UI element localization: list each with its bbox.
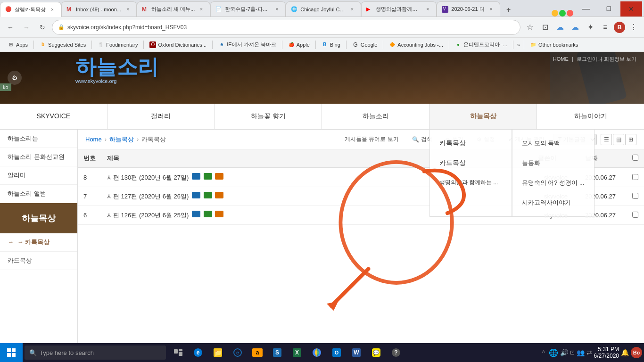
tab-7-close[interactable]: × — [487, 6, 495, 13]
dropdown-card[interactable]: 카드목상 — [430, 153, 512, 173]
back-button[interactable]: ← — [4, 21, 17, 34]
tab-2[interactable]: M Inbox (49) - moon... × — [61, 1, 137, 16]
bookmark-ie[interactable]: e IE에서 가져온 북마크 — [215, 40, 280, 49]
bookmark-bing[interactable]: B Bing — [318, 41, 344, 49]
new-tab-button[interactable]: + — [502, 3, 515, 16]
dropdown-story-4[interactable]: 시카고역사이야기 — [512, 193, 594, 213]
extension3-icon[interactable]: ≡ — [599, 21, 612, 34]
system-tray[interactable]: ^ — [540, 349, 547, 356]
food-icon: 🍴 — [98, 41, 104, 48]
extension-icon[interactable]: ⊡ — [538, 21, 552, 34]
nav-skyvoice[interactable]: SKYVOICE — [0, 104, 107, 129]
close-button[interactable] — [567, 10, 573, 16]
sidebar-item-4[interactable]: 하늘소리 앨범 — [0, 185, 77, 203]
tab-1-title: 살렘카톡목상 — [15, 6, 46, 13]
bookmark-other[interactable]: 📁 Other bookmarks — [526, 41, 582, 49]
settings-circle[interactable]: ⚙ — [8, 71, 22, 85]
nav-story[interactable]: 하늘이야기 — [537, 104, 644, 129]
edge-browser-icon[interactable]: e — [190, 344, 206, 361]
icloud-icon[interactable]: ☁ — [553, 21, 567, 34]
settings-icon[interactable]: ⋮ — [627, 21, 640, 34]
col-num-header: 번호 — [78, 149, 101, 168]
taskview-button[interactable] — [170, 344, 187, 361]
profile-icon[interactable]: B — [614, 22, 625, 33]
suggested-icon: b — [40, 41, 46, 48]
bookmarks-chevron[interactable]: » — [515, 41, 522, 49]
bookmark-ondemand[interactable]: ● 온디맨드코리아 -... — [451, 40, 511, 49]
breadcrumb-meditation[interactable]: 하늘목상 — [109, 135, 134, 144]
explorer-icon[interactable]: 📁 — [209, 344, 226, 361]
list-view-button[interactable]: 게시들을 뮤어로 보기 — [340, 133, 404, 145]
minimize-button[interactable] — [552, 10, 558, 16]
word-icon[interactable]: W — [348, 344, 365, 361]
tab-5[interactable]: 🌐 Chicago Joyful Co... × — [286, 1, 361, 16]
excel-icon[interactable]: X — [289, 344, 305, 361]
amazon-icon[interactable]: a — [249, 344, 266, 361]
bookmark-oxford[interactable]: O Oxford Dictionaries... — [146, 41, 210, 49]
win-restore[interactable]: ❐ — [598, 1, 619, 16]
svg-rect-6 — [174, 349, 178, 354]
tab-3-close[interactable]: × — [198, 6, 205, 13]
tab-1-close[interactable]: × — [49, 6, 56, 13]
sidebar-item-1[interactable]: 하늘소리는 — [0, 130, 77, 148]
bookmark-accounting[interactable]: 🔶 Accounting Jobs -... — [385, 41, 447, 49]
bookmark-suggested[interactable]: b Suggested Sites — [36, 41, 90, 49]
bookmark-apple[interactable]: 🍎 Apple — [284, 41, 314, 49]
bookmark-google[interactable]: G Google — [348, 41, 381, 49]
bookmark-foodimentary[interactable]: 🍴 Foodimentary — [94, 41, 141, 49]
sync2-icon[interactable]: ⇄ — [586, 349, 592, 356]
lock-icon: 🔒 — [58, 24, 65, 30]
sidebar-card[interactable]: 카드목상 — [0, 252, 77, 270]
bookmark-apps[interactable]: ⊞ Apps — [4, 41, 32, 49]
tab-3[interactable]: M 하늘소리 새 메뉴... × — [137, 1, 210, 16]
sidebar-katalk[interactable]: → → 카톡목상 — [0, 233, 77, 252]
ondemand-icon: ● — [455, 41, 462, 48]
taskbar-clock[interactable]: 5:31 PM 6/27/2020 — [594, 346, 619, 359]
maximize-button[interactable] — [559, 10, 566, 16]
chrome-icon[interactable] — [308, 344, 325, 361]
tab-7[interactable]: V 2020-06-21 디 × — [437, 1, 500, 16]
nav-meditation[interactable]: 하늘목상 — [429, 104, 537, 129]
kakaotalk-icon[interactable]: 💬 — [368, 344, 385, 361]
bookmark-star-icon[interactable]: ☆ — [523, 21, 537, 34]
dropdown-story-1[interactable]: 오시모의 독백 — [512, 133, 594, 153]
extension2-icon[interactable]: ✦ — [584, 21, 597, 34]
battery-icon[interactable]: ⊡ — [570, 349, 575, 356]
start-button[interactable] — [0, 343, 23, 362]
forward-button[interactable]: → — [20, 21, 33, 34]
dropdown-life[interactable]: 생명의삶과 함께하는 ... — [430, 173, 512, 192]
network-icon[interactable]: 🌐 — [549, 348, 558, 357]
tab-6-close[interactable]: × — [424, 6, 431, 13]
notification-bell[interactable]: 🔔 — [621, 349, 629, 356]
tab-4[interactable]: 📄 한국수필-7촐-파트... × — [210, 1, 286, 16]
outlook-icon[interactable]: O — [328, 344, 345, 361]
sidebar-item-3[interactable]: 알리미 — [0, 166, 77, 185]
nav-hanul[interactable]: 하늘소리 — [322, 104, 429, 129]
ie-taskbar-icon[interactable]: e — [229, 344, 246, 361]
nav-flower[interactable]: 하늘꽃 향기 — [215, 104, 322, 129]
dropdown-story-2[interactable]: 늘동화 — [512, 153, 594, 173]
url-input[interactable]: 🔒 skyvoice.org/sk/index.php?mid=board_HS… — [52, 20, 520, 35]
app6-icon[interactable]: S — [269, 344, 286, 361]
profile-badge[interactable]: Bo — [631, 347, 642, 358]
dropdown-katalk[interactable]: 카톡목상 — [430, 133, 512, 153]
tab-2-close[interactable]: × — [124, 6, 132, 13]
help-icon[interactable]: ? — [388, 344, 405, 361]
tab-1[interactable]: 🔴 살렘카톡목상 × — [0, 2, 61, 17]
dropdown-story-3[interactable]: 유명숙의 어? 성경이 ... — [512, 173, 594, 193]
win-close[interactable]: ✕ — [620, 1, 642, 16]
tab-5-close[interactable]: × — [348, 6, 356, 13]
people-icon[interactable]: 👥 — [577, 349, 585, 356]
sync-icon[interactable]: ☁ — [569, 21, 582, 34]
win-minimize[interactable]: — — [575, 1, 597, 16]
nav-gallery[interactable]: 갤러리 — [107, 104, 215, 129]
outlook-shape: O — [332, 348, 341, 357]
breadcrumb-home[interactable]: Home — [85, 136, 102, 143]
refresh-button[interactable]: ↻ — [36, 21, 49, 34]
volume-icon[interactable]: 🔊 — [560, 349, 568, 356]
sidebar-item-2[interactable]: 하늘소리 문화선교원 — [0, 148, 77, 166]
bookmark-separator-7 — [346, 41, 347, 49]
tab-6[interactable]: ▶ 생명의삶과함께히... × — [361, 1, 437, 16]
tab-4-close[interactable]: × — [273, 6, 281, 13]
taskbar-search[interactable]: 🔍 Type here to search — [25, 346, 166, 360]
